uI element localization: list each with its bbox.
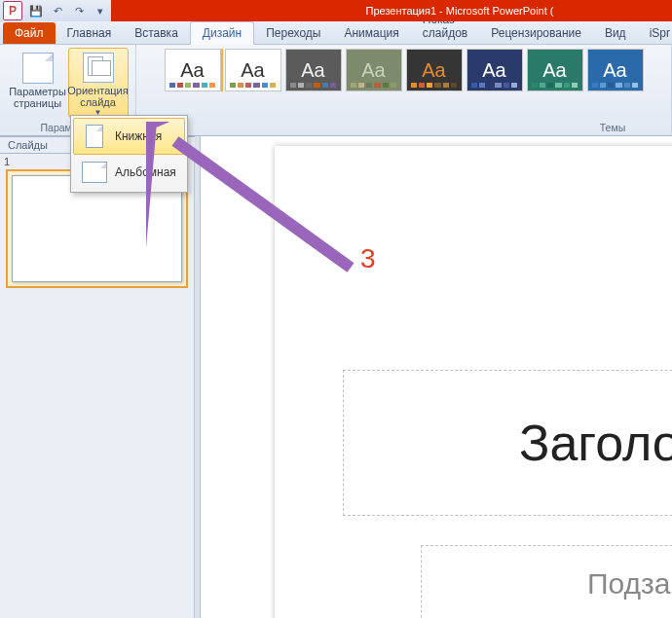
orientation-landscape-item[interactable]: Альбомная bbox=[73, 155, 185, 190]
tab-home[interactable]: Главная bbox=[56, 22, 124, 44]
tab-insert[interactable]: Вставка bbox=[123, 22, 190, 44]
slide-number: 1 bbox=[4, 156, 10, 167]
tab-transitions[interactable]: Переходы bbox=[254, 22, 332, 44]
orientation-label-2: слайда bbox=[80, 96, 116, 108]
theme-item[interactable]: Aa bbox=[165, 49, 221, 91]
theme-item[interactable]: Aa bbox=[285, 49, 342, 91]
tab-design[interactable]: Дизайн bbox=[190, 21, 254, 45]
theme-item[interactable]: Aa bbox=[467, 49, 523, 91]
tab-animation[interactable]: Анимация bbox=[332, 22, 410, 44]
qat-redo-button[interactable]: ↷ bbox=[68, 1, 90, 20]
slide-orientation-button[interactable]: Ориентация слайда ▼ bbox=[68, 48, 129, 118]
theme-item[interactable]: Aa bbox=[406, 49, 463, 91]
theme-sample-text: Aa bbox=[542, 59, 566, 82]
panel-splitter[interactable] bbox=[195, 136, 201, 618]
theme-item[interactable]: Aa bbox=[346, 49, 402, 91]
orientation-label-1: Ориентация bbox=[67, 85, 128, 96]
page-setup-label-2: страницы bbox=[14, 97, 61, 109]
theme-sample-text: Aa bbox=[603, 59, 626, 82]
qat-undo-button[interactable]: ↶ bbox=[47, 1, 68, 20]
orientation-landscape-label: Альбомная bbox=[115, 165, 176, 179]
title-bar: P 💾 ↶ ↷ ▾ Презентация1 - Microsoft Power… bbox=[0, 0, 672, 21]
ribbon-tabstrip: Файл Главная Вставка Дизайн Переходы Ани… bbox=[0, 21, 672, 45]
slides-panel: 1 bbox=[0, 154, 195, 618]
orientation-icon bbox=[83, 53, 114, 83]
subtitle-placeholder[interactable]: Подзаг bbox=[421, 545, 672, 618]
window-title: Презентация1 - Microsoft PowerPoint ( bbox=[111, 0, 672, 21]
quick-access-toolbar: P 💾 ↶ ↷ ▾ bbox=[0, 0, 111, 21]
theme-item[interactable]: Aa bbox=[225, 49, 281, 91]
theme-sample-text: Aa bbox=[241, 59, 264, 82]
orientation-portrait-label: Книжная bbox=[115, 129, 162, 143]
page-setup-button[interactable]: Параметры страницы bbox=[8, 48, 68, 118]
title-placeholder[interactable]: Заголо bbox=[343, 370, 672, 516]
group-label-themes: Темы bbox=[574, 122, 652, 133]
theme-item[interactable]: Aa bbox=[587, 49, 644, 91]
tab-ispring[interactable]: iSpr bbox=[638, 22, 672, 44]
theme-sample-text: Aa bbox=[301, 59, 324, 82]
orientation-dropdown: Книжная Альбомная bbox=[70, 115, 188, 193]
annotation-label: 3 bbox=[360, 243, 376, 274]
slide-workspace[interactable]: Заголо Подзаг bbox=[201, 136, 672, 618]
page-setup-icon bbox=[22, 53, 54, 84]
portrait-icon bbox=[86, 125, 103, 148]
group-themes: Aa Aa Aa Aa Aa Aa Aa Aa Темы bbox=[136, 45, 672, 135]
subtitle-placeholder-text: Подзаг bbox=[587, 567, 672, 600]
theme-sample-text: Aa bbox=[422, 59, 445, 82]
qat-save-button[interactable]: 💾 bbox=[25, 1, 47, 20]
tab-review[interactable]: Рецензирование bbox=[479, 22, 593, 44]
theme-item[interactable]: Aa bbox=[527, 49, 583, 91]
theme-sample-text: Aa bbox=[180, 59, 204, 82]
title-placeholder-text: Заголо bbox=[519, 414, 672, 472]
theme-gallery[interactable]: Aa Aa Aa Aa Aa Aa Aa Aa bbox=[165, 49, 644, 91]
app-icon[interactable]: P bbox=[3, 1, 22, 20]
theme-sample-text: Aa bbox=[482, 59, 505, 82]
page-setup-label-1: Параметры bbox=[9, 86, 66, 97]
theme-sample-text: Aa bbox=[361, 59, 385, 82]
tab-file[interactable]: Файл bbox=[3, 22, 56, 44]
qat-more-button[interactable]: ▾ bbox=[90, 1, 111, 20]
orientation-portrait-item[interactable]: Книжная bbox=[73, 118, 185, 155]
slide-canvas[interactable]: Заголо Подзаг bbox=[275, 146, 672, 618]
tab-view[interactable]: Вид bbox=[593, 22, 638, 44]
landscape-icon bbox=[82, 162, 107, 183]
